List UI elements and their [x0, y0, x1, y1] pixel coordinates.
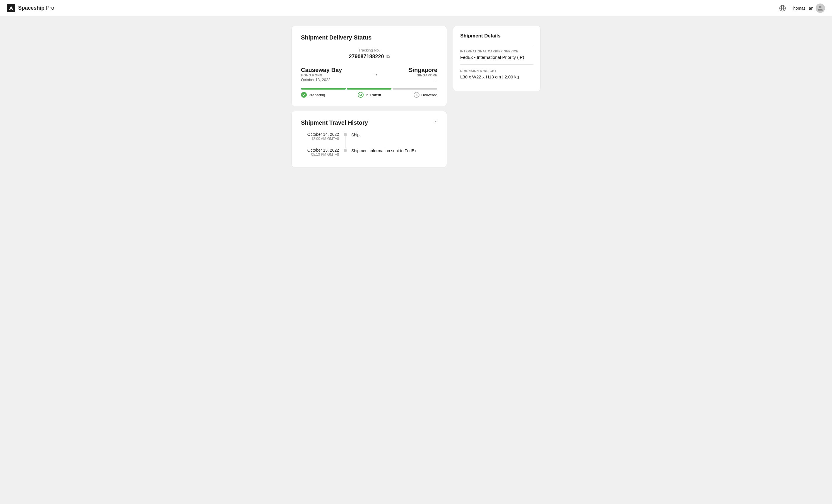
travel-history-title: Shipment Travel History [301, 120, 368, 126]
history-dot-1 [344, 133, 347, 136]
history-event-col-1: Ship [351, 132, 437, 143]
history-list: October 14, 2022 12:00 AM GMT+8 Ship Oct… [301, 132, 437, 159]
shipment-details-card: Shipment Details INTERNATIONAL CARRIER S… [453, 26, 541, 91]
history-date-2: October 13, 2022 [307, 148, 339, 153]
history-time-col-1: October 14, 2022 12:00 AM GMT+8 [301, 132, 339, 141]
history-event-2: Shipment information sent to FedEx [351, 149, 437, 153]
origin-city: Causeway Bay [301, 67, 342, 74]
history-vert-line-1 [345, 136, 345, 148]
origin-date: October 13, 2022 [301, 78, 342, 82]
detail-section-dimension: DIMENSION & WEIGHT L30 x W22 x H13 cm | … [460, 64, 534, 84]
history-event-1: Ship [351, 133, 437, 137]
header: Spaceship Pro Thomas Tan [0, 0, 832, 17]
carrier-label: INTERNATIONAL CARRIER SERVICE [460, 50, 534, 53]
tracking-number: 279087188220 [349, 54, 384, 60]
avatar [815, 3, 825, 13]
tracking-label: Tracking No. [301, 48, 437, 52]
delivery-status-title: Shipment Delivery Status [301, 34, 437, 41]
progress-bars [301, 88, 437, 89]
route-row: Causeway Bay HONG KONG October 13, 2022 … [301, 67, 437, 82]
logo: Spaceship Pro [7, 4, 54, 12]
step-in-transit-label: In Transit [365, 93, 381, 97]
right-column: Shipment Details INTERNATIONAL CARRIER S… [453, 26, 541, 91]
history-event-col-2: Shipment information sent to FedEx [351, 148, 437, 159]
delivery-status-card: Shipment Delivery Status Tracking No. 27… [291, 26, 447, 106]
logo-text: Spaceship Pro [18, 5, 54, 11]
step-in-transit: In Transit [358, 92, 381, 98]
step-done-icon [301, 92, 307, 98]
progress-section: Preparing In Transit 3 Delive [301, 88, 437, 98]
dimension-value: L30 x W22 x H13 cm | 2.00 kg [460, 74, 534, 79]
step-inactive-icon: 3 [414, 92, 419, 98]
tracking-section: Tracking No. 279087188220 ⧉ [301, 48, 437, 60]
header-right: Thomas Tan [779, 3, 825, 13]
avatar-icon [817, 5, 823, 11]
history-line-col-2 [344, 148, 347, 152]
history-line-col-1 [344, 132, 347, 148]
detail-section-carrier: INTERNATIONAL CARRIER SERVICE FedEx - In… [460, 45, 534, 64]
history-time-col-2: October 13, 2022 05:13 PM GMT+8 [301, 148, 339, 157]
carrier-value: FedEx - International Priority (IP) [460, 55, 534, 60]
origin-country: HONG KONG [301, 74, 342, 77]
travel-history-header: Shipment Travel History ⌃ [301, 120, 437, 126]
user-name: Thomas Tan [791, 6, 813, 10]
progress-bar-delivered [393, 88, 437, 89]
dest-city: Singapore [409, 67, 437, 74]
globe-icon[interactable] [779, 5, 786, 12]
step-delivered-label: Delivered [421, 93, 437, 97]
step-preparing-label: Preparing [309, 93, 325, 97]
history-item: October 14, 2022 12:00 AM GMT+8 Ship [301, 132, 437, 148]
tracking-number-row: 279087188220 ⧉ [301, 54, 437, 60]
history-date-1: October 14, 2022 [307, 132, 339, 137]
progress-steps: Preparing In Transit 3 Delive [301, 92, 437, 98]
history-item: October 13, 2022 05:13 PM GMT+8 Shipment… [301, 148, 437, 159]
route-origin: Causeway Bay HONG KONG October 13, 2022 [301, 67, 342, 82]
history-time-1: 12:00 AM GMT+8 [311, 137, 339, 141]
check-icon [302, 93, 306, 97]
step-active-icon [358, 92, 364, 98]
step-delivered: 3 Delivered [414, 92, 437, 98]
step-delivered-number: 3 [416, 93, 417, 97]
left-column: Shipment Delivery Status Tracking No. 27… [291, 26, 447, 167]
dest-date: -- [409, 78, 437, 82]
spaceship-logo-icon [7, 4, 15, 12]
progress-bar-preparing [301, 88, 346, 89]
copy-icon[interactable]: ⧉ [386, 54, 390, 59]
step-spinner [360, 94, 362, 96]
user-area: Thomas Tan [791, 3, 825, 13]
history-dot-2 [344, 149, 347, 152]
dest-country: SINGAPORE [409, 74, 437, 77]
history-time-2: 05:13 PM GMT+8 [311, 153, 339, 157]
step-preparing: Preparing [301, 92, 325, 98]
chevron-up-icon[interactable]: ⌃ [434, 120, 437, 126]
progress-bar-in-transit [347, 88, 392, 89]
main-content: Shipment Delivery Status Tracking No. 27… [284, 17, 548, 177]
shipment-details-title: Shipment Details [460, 33, 534, 39]
route-destination: Singapore SINGAPORE -- [409, 67, 437, 82]
dimension-label: DIMENSION & WEIGHT [460, 69, 534, 73]
travel-history-card: Shipment Travel History ⌃ October 14, 20… [291, 111, 447, 167]
route-arrow-icon: → [372, 71, 378, 78]
